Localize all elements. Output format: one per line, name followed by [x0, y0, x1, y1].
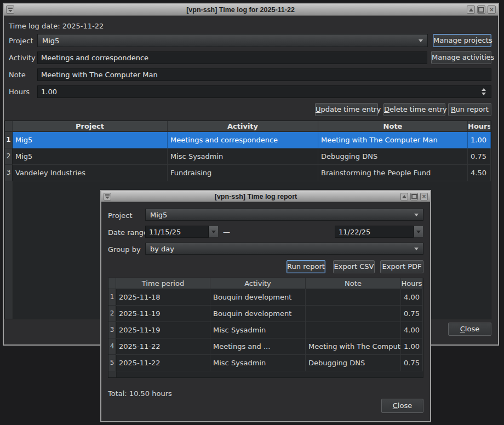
dialog-titlebar[interactable]: [vpn-ssh] Time log report × — [101, 191, 430, 202]
table-cell-period[interactable]: 2025-11-22 — [116, 338, 210, 355]
table-cell-hours[interactable]: 0.75 — [468, 148, 491, 165]
project-label: Project — [9, 37, 33, 45]
table-cell-hours[interactable]: 4.00 — [401, 322, 423, 338]
shade-button[interactable] — [467, 5, 475, 14]
table-cell-activity[interactable]: Misc Sysadmin — [210, 355, 306, 371]
export-pdf-button[interactable]: Export PDF — [380, 260, 423, 273]
row-number[interactable]: 2 — [108, 306, 116, 322]
spin-up-icon — [482, 88, 486, 91]
table-row[interactable]: 2 Mig5 Misc Sysadmin Debugging DNS 0.75 — [5, 148, 491, 165]
table-cell-note[interactable]: Debugging DNS — [306, 355, 401, 371]
table-cell-activity[interactable]: Bouquin development — [210, 306, 306, 322]
table-cell-hours[interactable]: 0.75 — [401, 355, 423, 371]
row-number[interactable]: 3 — [108, 322, 116, 338]
combo-value: by day — [150, 245, 174, 253]
table-header-hours[interactable]: Hours — [468, 121, 491, 132]
update-entry-button[interactable]: Update time entry — [315, 103, 378, 116]
manage-activities-button[interactable]: Manage activities — [431, 51, 491, 64]
table-cell-note[interactable]: Meeting with The Computer... — [306, 338, 401, 355]
row-number[interactable]: 1 — [108, 289, 116, 306]
manage-projects-button[interactable]: Manage projects — [433, 34, 491, 47]
table-cell-period[interactable]: 2025-11-19 — [116, 306, 210, 322]
dialog-close-button[interactable]: Close — [381, 399, 423, 413]
table-row[interactable]: 5 2025-11-22 Misc Sysadmin Debugging DNS… — [108, 355, 423, 371]
window-menu-button[interactable] — [6, 5, 14, 14]
run-report-button[interactable]: Run report — [448, 103, 491, 116]
table-cell-hours[interactable]: 1.00 — [468, 132, 491, 148]
table-cell-period[interactable]: 2025-11-22 — [116, 355, 210, 371]
table-cell-activity[interactable]: Meetings and ... — [210, 338, 306, 355]
table-row[interactable]: 1 2025-11-18 Bouquin development 4.00 — [108, 289, 423, 306]
row-number[interactable]: 4 — [108, 338, 116, 355]
activity-input[interactable] — [37, 51, 427, 64]
delete-entry-button[interactable]: Delete time entry — [383, 103, 445, 116]
table-header-time-period[interactable]: Time period — [116, 278, 210, 289]
hours-input[interactable] — [37, 85, 491, 98]
maximize-button[interactable] — [477, 5, 485, 14]
table-cell-activity[interactable]: Fundraising — [168, 165, 318, 181]
table-cell-activity[interactable]: Meetings and correspondence — [168, 132, 318, 148]
table-cell-activity[interactable]: Misc Sysadmin — [168, 148, 318, 165]
table-cell-project[interactable]: Vandeley Industries — [13, 165, 168, 181]
hours-stepper[interactable] — [482, 87, 486, 97]
date-from-input[interactable] — [145, 226, 209, 238]
project-combobox[interactable]: Mig5 — [37, 34, 428, 47]
close-icon: × — [489, 7, 494, 13]
table-cell-hours[interactable]: 0.75 — [401, 306, 423, 322]
export-csv-button[interactable]: Export CSV — [333, 260, 375, 273]
shade-button[interactable] — [400, 193, 408, 200]
table-row[interactable]: 2 2025-11-19 Bouquin development 0.75 — [108, 306, 423, 322]
date-range-label: Date range — [108, 228, 148, 237]
table-cell-project[interactable]: Mig5 — [13, 132, 168, 148]
table-cell-note[interactable] — [306, 289, 401, 306]
table-header-note[interactable]: Note — [306, 278, 401, 289]
table-cell-activity[interactable]: Misc Sysadmin — [210, 322, 306, 338]
date-to-dropdown-button[interactable] — [414, 226, 423, 238]
close-button[interactable]: Close — [448, 323, 491, 336]
table-header-hours[interactable]: Hours — [401, 278, 423, 289]
table-cell-hours[interactable]: 1.00 — [401, 338, 423, 355]
table-header-note[interactable]: Note — [318, 121, 468, 132]
window-close-button[interactable]: × — [488, 5, 496, 14]
row-number[interactable]: 2 — [5, 148, 13, 165]
maximize-button[interactable] — [410, 193, 418, 200]
table-cell-project[interactable]: Mig5 — [13, 148, 168, 165]
combo-value: Mig5 — [150, 211, 167, 219]
window-menu-icon — [8, 8, 13, 12]
table-cell-note[interactable] — [306, 322, 401, 338]
group-by-combobox[interactable]: by day — [145, 243, 423, 255]
table-row[interactable]: 1 Mig5 Meetings and correspondence Meeti… — [5, 132, 491, 148]
window-menu-button[interactable] — [104, 193, 111, 200]
row-number[interactable]: 1 — [5, 132, 13, 148]
window-close-button[interactable]: × — [420, 193, 428, 200]
date-from-dropdown-button[interactable] — [209, 226, 219, 238]
table-cell-note[interactable]: Debugging DNS — [318, 148, 468, 165]
spin-down-icon — [482, 93, 486, 95]
table-cell-note[interactable]: Meeting with The Computer Man — [318, 132, 468, 148]
table-cell-period[interactable]: 2025-11-19 — [116, 322, 210, 338]
table-corner-cell — [108, 278, 116, 289]
table-row[interactable]: 3 Vandeley Industries Fundraising Brains… — [5, 165, 491, 181]
main-titlebar[interactable]: [vpn-ssh] Time log for 2025-11-22 × — [4, 4, 498, 16]
table-cell-hours[interactable]: 4.50 — [468, 165, 491, 181]
table-row[interactable]: 4 2025-11-22 Meetings and ... Meeting wi… — [108, 338, 423, 355]
row-number[interactable]: 3 — [5, 165, 13, 181]
report-project-combobox[interactable]: Mig5 — [145, 209, 423, 221]
combo-value: Mig5 — [42, 37, 59, 45]
table-cell-hours[interactable]: 4.00 — [401, 289, 423, 306]
run-report-button[interactable]: Run report — [287, 260, 325, 273]
table-header-project[interactable]: Project — [13, 121, 168, 132]
window-title: [vpn-ssh] Time log for 2025-11-22 — [14, 6, 467, 14]
date-to-input[interactable] — [335, 226, 414, 238]
table-header-activity[interactable]: Activity — [210, 278, 306, 289]
table-header-activity[interactable]: Activity — [168, 121, 318, 132]
table-cell-activity[interactable]: Bouquin development — [210, 289, 306, 306]
table-row[interactable]: 3 2025-11-19 Misc Sysadmin 4.00 — [108, 322, 423, 338]
report-dialog: [vpn-ssh] Time log report × Project Mig5… — [100, 190, 431, 422]
hours-label: Hours — [9, 88, 30, 96]
row-number[interactable]: 5 — [108, 355, 116, 371]
table-cell-note[interactable]: Brainstorming the People Fund — [318, 165, 468, 181]
note-input[interactable] — [37, 68, 491, 81]
table-cell-period[interactable]: 2025-11-18 — [116, 289, 210, 306]
table-cell-note[interactable] — [306, 306, 401, 322]
